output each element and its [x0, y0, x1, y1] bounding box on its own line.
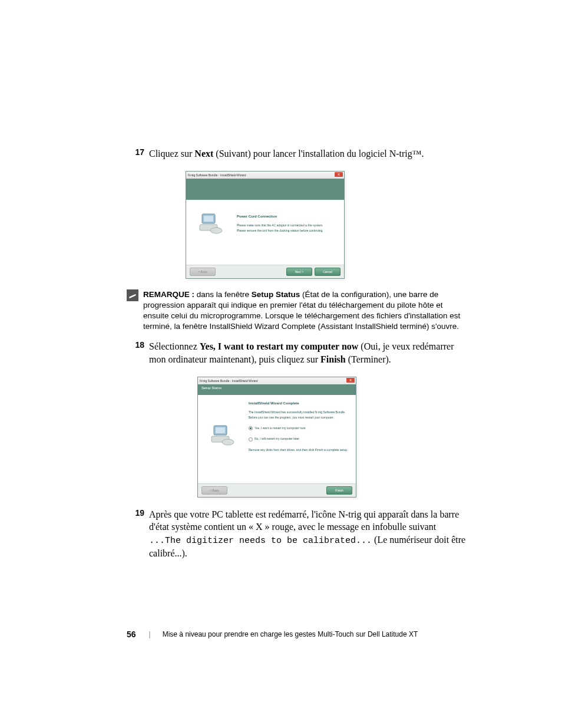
remark-block: REMARQUE : dans la fenêtre Setup Status …: [127, 289, 468, 332]
dialog2-footer: < Back Finish: [198, 483, 356, 497]
dialog1-text: Power Cord Connection Please make sure t…: [237, 200, 344, 265]
step19-a: Après que votre PC tablette est redémarr…: [149, 509, 459, 532]
dialog2-titlebar: N-trig Software Bundle - InstallShield W…: [198, 377, 356, 384]
step17-suffix: (Suivant) pour lancer l'installation du …: [213, 149, 424, 159]
step17-next-bold: Next: [194, 149, 213, 159]
page-footer: 56 | Mise à niveau pour prendre en charg…: [127, 630, 468, 639]
dialog1-line2: Please remove the unit from the docking …: [237, 228, 340, 233]
radio-no[interactable]: No, I will restart my computer later.: [249, 436, 352, 441]
step17-prefix: Cliquez sur: [149, 149, 194, 159]
next-button[interactable]: Next >: [286, 268, 312, 276]
radio-dot-off-icon: [249, 437, 253, 442]
step-18: 18 Sélectionnez Yes, I want to restart m…: [127, 340, 468, 365]
step-number: 19: [127, 508, 149, 518]
close-icon[interactable]: X: [346, 378, 355, 383]
dialog2-lead: The InstallShield Wizard has successfull…: [249, 410, 352, 420]
computer-icon: [199, 210, 224, 236]
dialog1-heading: Power Cord Connection: [237, 214, 340, 220]
dialog-screenshot-2: N-trig Software Bundle - InstallShield W…: [197, 377, 356, 498]
finish-button[interactable]: Finish: [326, 486, 352, 495]
footer-separator: |: [149, 630, 151, 638]
svg-point-7: [222, 439, 234, 445]
dialog2-heading: InstallShield Wizard Complete: [249, 401, 352, 407]
dialog1-footer: < Back Next > Cancel: [186, 265, 344, 278]
step18-c: (Terminer).: [346, 354, 391, 364]
document-page: 17 Cliquez sur Next (Suivant) pour lance…: [127, 147, 468, 567]
step-body: Après que votre PC tablette est redémarr…: [149, 508, 468, 560]
step-17: 17 Cliquez sur Next (Suivant) pour lance…: [127, 147, 468, 160]
dialog2-text: InstallShield Wizard Complete The Instal…: [249, 395, 356, 483]
remark-text-a: dans la fenêtre: [194, 290, 252, 299]
step19-code: ...The digitizer needs to be calibrated.…: [149, 536, 372, 546]
step-number: 17: [127, 147, 149, 157]
svg-rect-5: [216, 427, 225, 433]
radio-yes[interactable]: Yes, I want to restart my computer now.: [249, 426, 352, 430]
dialog2-banner: Setup Status: [198, 384, 356, 395]
step18-finish: Finish: [320, 354, 346, 364]
dialog-screenshot-1: N-trig Software Bundle - InstallShield W…: [186, 171, 345, 279]
step18-a: Sélectionnez: [149, 341, 200, 351]
footer-title: Mise à niveau pour prendre en charge les…: [163, 630, 418, 638]
svg-rect-1: [204, 216, 213, 222]
dialog1-icon-col: [186, 200, 237, 265]
dialog2-removal: Remove any disks from their drives, and …: [249, 447, 352, 453]
svg-point-3: [210, 228, 222, 233]
dialog1-banner: [186, 179, 344, 200]
back-button: < Back: [190, 268, 216, 276]
dialog2-icon-col: [198, 395, 249, 483]
dialog2-banner-label: Setup Status: [198, 384, 356, 391]
dialog1-titlebar: N-trig Software Bundle - InstallShield W…: [186, 172, 344, 179]
dialog1-body: Power Cord Connection Please make sure t…: [186, 200, 344, 265]
step-number: 18: [127, 340, 149, 350]
remark-setup-status: Setup Status: [252, 290, 300, 299]
back-button: < Back: [201, 486, 227, 495]
step-body: Sélectionnez Yes, I want to restart my c…: [149, 340, 468, 365]
step18-yes: Yes, I want to restart my computer now: [200, 341, 359, 351]
step-body: Cliquez sur Next (Suivant) pour lancer l…: [149, 147, 468, 160]
remark-label: REMARQUE :: [143, 290, 194, 299]
remark-body: REMARQUE : dans la fenêtre Setup Status …: [143, 289, 468, 332]
radio-dot-on-icon: [249, 426, 253, 430]
dialog2-title: N-trig Software Bundle - InstallShield W…: [200, 379, 258, 383]
dialog2-body: InstallShield Wizard Complete The Instal…: [198, 395, 356, 483]
radio-no-label: No, I will restart my computer later.: [254, 437, 300, 440]
dialog1-line1: Please make sure that the AC adaptor is …: [237, 223, 340, 228]
radio-yes-label: Yes, I want to restart my computer now.: [254, 426, 306, 430]
dialog1-title: N-trig Software Bundle - InstallShield W…: [188, 173, 246, 177]
computer-icon: [210, 422, 236, 448]
cancel-button[interactable]: Cancel: [315, 268, 340, 276]
installer-dialog-1: N-trig Software Bundle - InstallShield W…: [186, 171, 345, 279]
page-number: 56: [127, 630, 136, 639]
step-19: 19 Après que votre PC tablette est redém…: [127, 508, 468, 560]
close-icon[interactable]: X: [335, 172, 343, 177]
note-icon: [127, 289, 138, 301]
installer-dialog-2: N-trig Software Bundle - InstallShield W…: [197, 377, 356, 498]
